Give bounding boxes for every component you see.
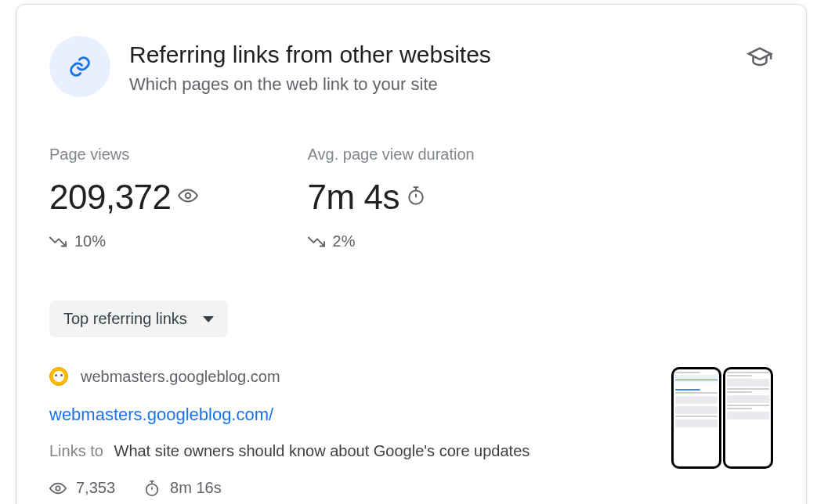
page-thumbnail	[671, 367, 773, 469]
metric-label: Avg. page view duration	[308, 146, 475, 164]
header-text: Referring links from other websites Whic…	[129, 36, 728, 95]
trend-down-icon	[49, 236, 67, 247]
duration-trend: 2%	[308, 232, 475, 250]
page-views-trend: 10%	[49, 232, 198, 250]
svg-point-3	[146, 484, 158, 495]
svg-point-2	[56, 486, 60, 491]
top-referring-links-dropdown[interactable]: Top referring links	[49, 301, 228, 337]
referring-link-item: webmasters.googleblog.com webmasters.goo…	[49, 367, 773, 497]
duration-metric: Avg. page view duration 7m 4s 2	[308, 146, 475, 250]
chevron-down-icon	[203, 316, 214, 322]
eye-icon	[178, 185, 198, 209]
stopwatch-icon	[143, 480, 161, 497]
svg-point-1	[409, 191, 422, 204]
metrics-row: Page views 209,372 10% Avg. page	[49, 146, 773, 250]
dropdown-label: Top referring links	[63, 310, 187, 328]
card-subtitle: Which pages on the web link to your site	[129, 74, 728, 95]
referring-url-link[interactable]: webmasters.googleblog.com/	[49, 405, 648, 425]
domain-text: webmasters.googleblog.com	[81, 368, 280, 386]
links-to-label: Links to	[49, 442, 103, 459]
education-icon[interactable]	[746, 36, 773, 74]
links-to-row: Links to What site owners should know ab…	[49, 442, 648, 460]
duration-value: 7m 4s	[308, 178, 399, 217]
page-views-value: 209,372	[49, 178, 172, 217]
duration-stat: 8m 16s	[143, 479, 222, 497]
domain-row: webmasters.googleblog.com	[49, 367, 648, 386]
link-icon	[67, 54, 92, 79]
eye-icon	[49, 480, 67, 497]
views-stat: 7,353	[49, 479, 115, 497]
trend-down-icon	[308, 236, 325, 247]
favicon-icon	[49, 367, 68, 386]
svg-point-0	[185, 193, 190, 199]
link-icon-circle	[49, 36, 110, 97]
referring-links-card: Referring links from other websites Whic…	[16, 4, 807, 504]
page-views-metric: Page views 209,372 10%	[49, 146, 198, 250]
links-to-value: What site owners should know about Googl…	[114, 442, 530, 459]
card-header: Referring links from other websites Whic…	[49, 36, 773, 97]
card-title: Referring links from other websites	[129, 39, 728, 70]
link-stats: 7,353 8m 16s	[49, 479, 648, 497]
stopwatch-icon	[406, 185, 426, 209]
metric-label: Page views	[49, 146, 198, 164]
